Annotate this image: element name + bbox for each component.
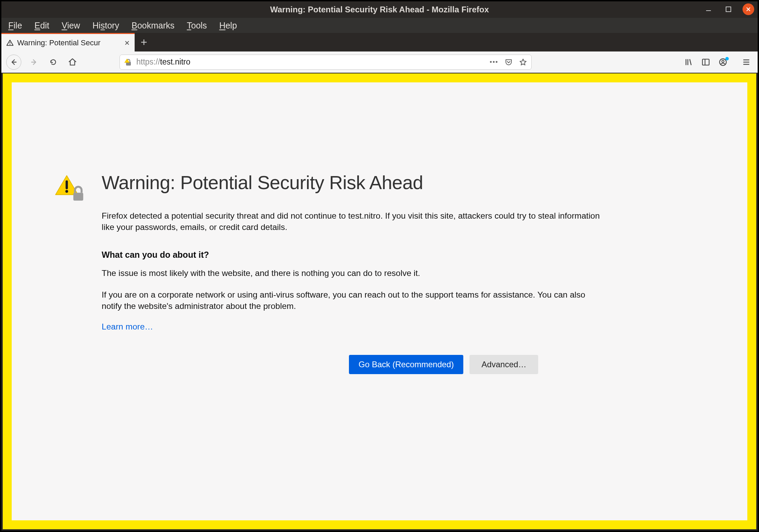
tab-strip: Warning: Potential Secur	[1, 33, 758, 51]
url-host: test.nitro	[160, 57, 190, 66]
new-tab-button[interactable]	[135, 33, 153, 51]
learn-more-link[interactable]: Learn more…	[102, 322, 153, 331]
go-back-button[interactable]: Go Back (Recommended)	[349, 355, 463, 374]
error-description: Firefox detected a potential security th…	[102, 210, 603, 233]
window-title: Warning: Potential Security Risk Ahead -…	[270, 5, 489, 14]
url-text[interactable]: https://test.nitro	[136, 57, 486, 67]
page-actions-button[interactable]: •••	[490, 58, 498, 66]
account-icon[interactable]	[718, 58, 727, 67]
svg-line-15	[690, 59, 691, 65]
warning-lock-icon	[53, 172, 86, 374]
library-icon[interactable]	[684, 58, 693, 67]
sidebar-icon[interactable]	[701, 58, 710, 67]
svg-point-19	[722, 60, 724, 62]
svg-rect-16	[702, 59, 709, 65]
menu-help[interactable]: Help	[219, 21, 237, 31]
bookmark-star-icon[interactable]	[519, 58, 527, 66]
svg-rect-1	[726, 7, 731, 12]
svg-rect-25	[73, 193, 83, 200]
neterror-page: Warning: Potential Security Risk Ahead F…	[12, 82, 747, 520]
error-heading: Warning: Potential Security Risk Ahead	[102, 172, 616, 194]
menu-history[interactable]: History	[92, 21, 119, 31]
navigation-toolbar: https://test.nitro •••	[1, 51, 758, 73]
tab-close-button[interactable]	[124, 40, 130, 46]
menu-tools[interactable]: Tools	[187, 21, 207, 31]
back-button[interactable]	[6, 55, 21, 70]
menu-bookmarks[interactable]: Bookmarks	[132, 21, 174, 31]
svg-point-24	[65, 190, 68, 193]
app-menu-button[interactable]	[742, 58, 751, 67]
page-viewport: Warning: Potential Security Risk Ahead F…	[3, 73, 756, 529]
error-advice-1: The issue is most likely with the websit…	[102, 267, 603, 279]
tab-title: Warning: Potential Secur	[17, 38, 121, 47]
maximize-button[interactable]	[723, 3, 734, 15]
reload-button[interactable]	[47, 56, 60, 69]
url-bar[interactable]: https://test.nitro •••	[120, 55, 532, 70]
advanced-button[interactable]: Advanced…	[469, 355, 538, 374]
menu-edit[interactable]: Edit	[34, 21, 49, 31]
minimize-button[interactable]	[703, 3, 714, 15]
error-subheading: What can you do about it?	[102, 250, 616, 260]
connection-insecure-icon[interactable]	[124, 58, 133, 67]
home-button[interactable]	[66, 56, 79, 69]
menu-file[interactable]: File	[8, 21, 22, 31]
url-scheme: https://	[136, 57, 160, 66]
warning-icon	[6, 39, 14, 47]
pocket-icon[interactable]	[505, 58, 513, 66]
svg-point-5	[10, 44, 10, 45]
menubar: File Edit View History Bookmarks Tools H…	[1, 18, 758, 33]
error-advice-2: If you are on a corporate network or usi…	[102, 289, 603, 312]
window-close-button[interactable]	[743, 3, 754, 15]
browser-tab-active[interactable]: Warning: Potential Secur	[1, 33, 135, 51]
menu-view[interactable]: View	[61, 21, 80, 31]
forward-button[interactable]	[27, 56, 41, 69]
window-titlebar: Warning: Potential Security Risk Ahead -…	[1, 1, 758, 18]
